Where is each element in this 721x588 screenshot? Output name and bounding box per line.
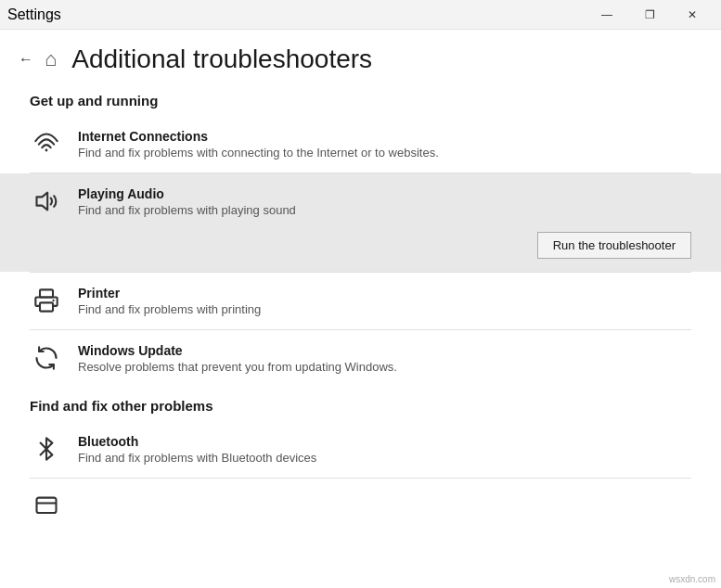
svg-rect-5 — [37, 498, 57, 513]
item-desc-internet: Find and fix problems with connecting to… — [78, 146, 439, 160]
item-title-partial — [78, 492, 82, 506]
page-title: Additional troubleshooters — [71, 45, 372, 74]
item-desc-bluetooth: Find and fix problems with Bluetooth dev… — [78, 451, 316, 465]
item-partial[interactable] — [0, 479, 721, 523]
item-text-internet: Internet Connections Find and fix proble… — [78, 129, 439, 160]
section-heading-find-fix: Find and fix other problems — [0, 387, 721, 421]
title-bar-left: Settings — [7, 6, 61, 23]
main-content: Get up and running Internet Connections … — [0, 82, 721, 588]
svg-point-0 — [45, 149, 48, 152]
item-title-update: Windows Update — [78, 343, 397, 358]
item-top-bluetooth: Bluetooth Find and fix problems with Blu… — [30, 434, 316, 465]
close-button[interactable]: ✕ — [671, 0, 714, 30]
item-text-bluetooth: Bluetooth Find and fix problems with Blu… — [78, 434, 316, 465]
minimize-button[interactable]: — — [586, 0, 628, 30]
maximize-button[interactable]: ❐ — [628, 0, 671, 30]
item-desc-update: Resolve problems that prevent you from u… — [78, 360, 397, 374]
wifi-icon — [30, 129, 63, 157]
item-title-bluetooth: Bluetooth — [78, 434, 316, 449]
svg-point-4 — [52, 300, 54, 301]
item-bluetooth[interactable]: Bluetooth Find and fix problems with Blu… — [0, 421, 721, 478]
item-windows-update[interactable]: Windows Update Resolve problems that pre… — [0, 330, 721, 387]
svg-rect-3 — [40, 302, 53, 311]
item-top-update: Windows Update Resolve problems that pre… — [30, 343, 397, 374]
item-desc-printer: Find and fix problems with printing — [78, 302, 261, 316]
app-title: Settings — [7, 6, 61, 23]
item-text-printer: Printer Find and fix problems with print… — [78, 286, 261, 316]
item-internet-connections[interactable]: Internet Connections Find and fix proble… — [0, 116, 721, 173]
item-action-audio: Run the troubleshooter — [30, 232, 691, 259]
item-desc-audio: Find and fix problems with playing sound — [78, 203, 296, 217]
back-button[interactable]: ← — [15, 47, 37, 71]
bluetooth-icon — [30, 434, 63, 462]
update-icon — [30, 343, 63, 371]
svg-rect-2 — [40, 289, 53, 297]
item-title-printer: Printer — [78, 286, 261, 300]
item-printer[interactable]: Printer Find and fix problems with print… — [0, 273, 721, 329]
item-top-audio: Playing Audio Find and fix problems with… — [30, 186, 296, 217]
section-heading-get-up-running: Get up and running — [0, 82, 721, 116]
svg-marker-1 — [37, 193, 48, 211]
item-text-update: Windows Update Resolve problems that pre… — [78, 343, 397, 374]
run-troubleshooter-audio-button[interactable]: Run the troubleshooter — [537, 232, 691, 259]
item-top-printer: Printer Find and fix problems with print… — [30, 286, 261, 316]
home-icon: ⌂ — [45, 47, 57, 71]
partial-icon — [30, 492, 63, 519]
title-bar: Settings — ❐ ✕ — [0, 0, 721, 30]
audio-icon — [30, 186, 63, 214]
title-bar-controls: — ❐ ✕ — [586, 0, 714, 30]
item-top-internet: Internet Connections Find and fix proble… — [30, 129, 439, 160]
page-header: ← ⌂ Additional troubleshooters — [0, 30, 721, 82]
item-playing-audio[interactable]: Playing Audio Find and fix problems with… — [0, 173, 721, 272]
item-text-audio: Playing Audio Find and fix problems with… — [78, 186, 296, 217]
item-text-partial — [78, 492, 82, 506]
item-title-audio: Playing Audio — [78, 186, 296, 201]
item-top-partial — [30, 492, 82, 519]
watermark: wsxdn.com — [669, 574, 715, 584]
item-title-internet: Internet Connections — [78, 129, 439, 144]
printer-icon — [30, 286, 63, 313]
